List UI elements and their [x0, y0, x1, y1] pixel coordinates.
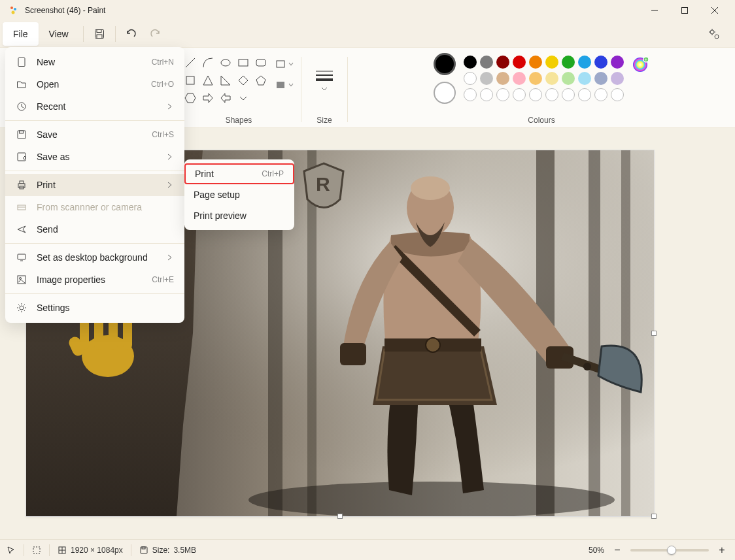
swatch[interactable] [513, 56, 526, 69]
zoom-in-button[interactable]: + [715, 544, 728, 557]
svg-point-2 [12, 11, 15, 14]
triangle-shape[interactable] [201, 73, 215, 88]
swatch-empty[interactable] [562, 88, 575, 101]
swatch[interactable] [513, 72, 526, 85]
polygon-shape[interactable] [183, 73, 197, 88]
menu-save-as[interactable]: Save as [5, 146, 184, 168]
arrow-left-shape[interactable] [218, 91, 233, 105]
submenu-print-preview[interactable]: Print preview [184, 205, 294, 226]
right-triangle-shape[interactable] [218, 73, 233, 88]
save-quick-button[interactable] [88, 22, 111, 46]
menu-image-properties[interactable]: Image properties Ctrl+E [5, 269, 184, 291]
svg-rect-64 [18, 131, 26, 139]
settings-button[interactable] [702, 22, 726, 46]
menu-new[interactable]: New Ctrl+N [5, 51, 184, 73]
swatch-empty[interactable] [496, 88, 509, 101]
swatch[interactable] [611, 56, 624, 69]
zoom-slider[interactable] [630, 549, 709, 552]
menu-file[interactable]: File [3, 22, 39, 46]
shape-fill[interactable] [275, 76, 294, 93]
svg-point-58 [411, 176, 450, 200]
swatch[interactable] [480, 56, 493, 69]
swatch[interactable] [594, 72, 607, 85]
svg-point-76 [20, 306, 24, 310]
menu-set-desktop-bg[interactable]: Set as desktop background [5, 246, 184, 269]
minimize-button[interactable] [640, 0, 670, 21]
swatch-empty[interactable] [578, 88, 591, 101]
menu-view[interactable]: View [39, 22, 79, 46]
svg-text:+: + [644, 57, 647, 63]
menu-send[interactable]: Send [5, 218, 184, 240]
more-shapes[interactable] [236, 91, 250, 105]
svg-rect-20 [239, 59, 248, 66]
swatch[interactable] [529, 72, 542, 85]
submenu-page-setup[interactable]: Page setup [184, 184, 294, 205]
swatch[interactable] [496, 56, 509, 69]
swatch-empty[interactable] [545, 88, 558, 101]
curve-shape[interactable] [201, 56, 215, 70]
swatch-empty[interactable] [594, 88, 607, 101]
svg-point-11 [715, 35, 719, 39]
close-button[interactable] [700, 0, 730, 21]
properties-icon [16, 274, 27, 286]
swatch[interactable] [480, 72, 493, 85]
swatch-empty[interactable] [513, 88, 526, 101]
diamond-shape[interactable] [236, 73, 250, 88]
svg-marker-29 [221, 93, 230, 103]
rect-shape[interactable] [236, 56, 250, 70]
save-as-icon [16, 151, 27, 163]
menu-open[interactable]: Open Ctrl+O [5, 73, 184, 95]
svg-rect-55 [340, 343, 366, 365]
swatch[interactable] [464, 56, 477, 69]
arrow-right-shape[interactable] [201, 91, 215, 105]
primary-colour[interactable] [434, 53, 456, 75]
swatch[interactable] [529, 56, 542, 69]
swatch[interactable] [562, 72, 575, 85]
svg-line-18 [186, 58, 195, 67]
swatch[interactable] [594, 56, 607, 69]
resize-handle-right[interactable] [651, 331, 657, 336]
menu-save[interactable]: Save Ctrl+S [5, 124, 184, 146]
swatch[interactable] [578, 72, 591, 85]
swatch[interactable] [545, 56, 558, 69]
send-icon [16, 223, 27, 235]
swatch-empty[interactable] [529, 88, 542, 101]
svg-point-1 [14, 8, 16, 10]
maximize-button[interactable] [670, 0, 700, 21]
swatch[interactable] [464, 72, 477, 85]
swatch-empty[interactable] [464, 88, 477, 101]
menu-separator [5, 171, 184, 171]
status-separator [49, 544, 50, 556]
menu-recent[interactable]: Recent [5, 95, 184, 118]
menu-label: Recent [37, 101, 65, 112]
menu-print[interactable]: Print [5, 174, 184, 196]
roundrect-shape[interactable] [254, 56, 268, 70]
swatch-empty[interactable] [611, 88, 624, 101]
resize-handle-corner[interactable] [651, 514, 657, 519]
size-selector[interactable] [311, 63, 337, 90]
line-shape[interactable] [183, 56, 197, 70]
dimensions-icon [58, 546, 67, 555]
hexagon-shape[interactable] [183, 91, 197, 105]
oval-shape[interactable] [218, 56, 233, 70]
swatch[interactable] [496, 72, 509, 85]
undo-button[interactable] [120, 22, 143, 46]
svg-rect-22 [186, 76, 194, 84]
swatch[interactable] [562, 56, 575, 69]
swatch-empty[interactable] [480, 88, 493, 101]
svg-rect-65 [20, 131, 24, 133]
swatch[interactable] [545, 72, 558, 85]
swatch[interactable] [611, 72, 624, 85]
secondary-colour[interactable] [434, 82, 456, 104]
shape-outline[interactable] [275, 56, 294, 73]
edit-colours-button[interactable]: + [632, 56, 650, 74]
resize-handle-bottom[interactable] [337, 514, 343, 519]
zoom-thumb[interactable] [667, 546, 676, 555]
menu-shortcut: Ctrl+E [152, 275, 174, 284]
menu-settings[interactable]: Settings [5, 297, 184, 319]
pentagon-shape[interactable] [254, 73, 268, 88]
swatch[interactable] [578, 56, 591, 69]
submenu-print[interactable]: Print Ctrl+P [184, 163, 294, 184]
zoom-out-button[interactable]: − [611, 544, 624, 557]
redo-button[interactable] [143, 22, 167, 46]
